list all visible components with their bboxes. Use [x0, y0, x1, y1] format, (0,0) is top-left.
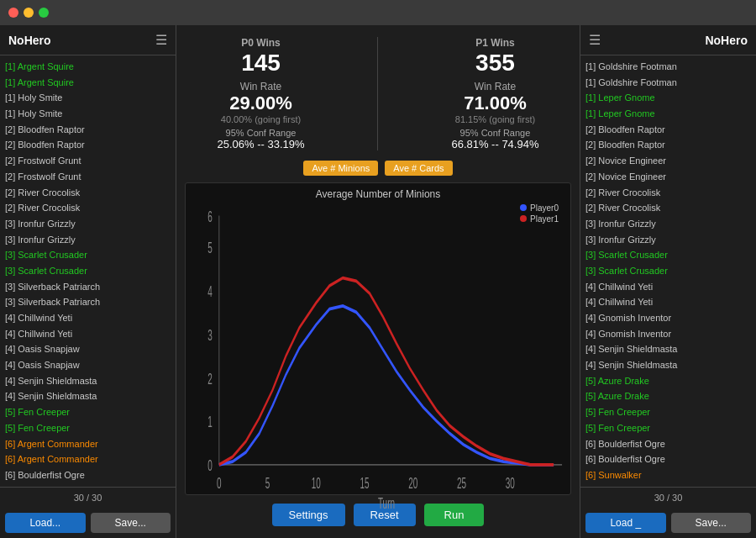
list-item[interactable]: [4] Oasis Snapjaw — [5, 341, 171, 357]
list-item[interactable]: [4] Gnomish Inventor — [585, 310, 751, 326]
svg-text:0: 0 — [207, 457, 213, 474]
list-item[interactable]: [2] River Crocolisk — [5, 200, 171, 216]
legend-p0: Player0 — [520, 203, 559, 213]
list-item[interactable]: [6] Boulderfist Ogre — [585, 451, 751, 467]
list-item[interactable]: [3] Ironfur Grizzly — [5, 216, 171, 232]
list-item[interactable]: [2] Bloodfen Raptor — [585, 122, 751, 138]
list-item[interactable]: [4] Senjin Shieldmasta — [585, 357, 751, 373]
minimize-button[interactable] — [24, 8, 34, 18]
list-item[interactable]: [2] Frostwolf Grunt — [5, 169, 171, 185]
list-item[interactable]: [5] Fen Creeper — [585, 420, 751, 436]
svg-text:4: 4 — [207, 282, 213, 299]
right-card-list: [1] Goldshire Footman[1] Goldshire Footm… — [580, 55, 756, 487]
list-item[interactable]: [2] Frostwolf Grunt — [5, 153, 171, 169]
list-item[interactable]: [4] Senjin Shieldmasta — [5, 373, 171, 389]
p0-wins-label: P0 Wins — [217, 37, 304, 49]
svg-text:5: 5 — [207, 239, 213, 256]
p0-conf-value: 25.06% -- 33.19% — [217, 138, 304, 150]
right-menu-icon[interactable]: ☰ — [589, 32, 601, 48]
list-item[interactable]: [6] Sunwalker — [585, 467, 751, 483]
list-item[interactable]: [3] Ironfur Grizzly — [5, 232, 171, 248]
p0-wins-value: 145 — [217, 49, 304, 77]
list-item[interactable]: [3] Scarlet Crusader — [5, 263, 171, 279]
p0-winrate-label: Win Rate — [217, 81, 304, 92]
list-item[interactable]: [1] Goldshire Footman — [585, 59, 751, 75]
list-item[interactable]: [5] Fen Creeper — [585, 404, 751, 420]
left-panel-buttons: Load... Save... — [0, 508, 176, 538]
chart-legend: Player0 Player1 — [520, 203, 559, 225]
svg-text:10: 10 — [312, 474, 321, 491]
p1-conf-label: 95% Conf Range — [451, 128, 538, 138]
left-save-button[interactable]: Save... — [91, 513, 171, 533]
list-item[interactable]: [3] Scarlet Crusader — [585, 247, 751, 263]
right-load-button[interactable]: Load _ — [585, 513, 666, 533]
list-item[interactable]: [2] River Crocolisk — [585, 200, 751, 216]
list-item[interactable]: [1] Leper Gnome — [585, 90, 751, 106]
right-card-count: 30 / 30 — [654, 493, 683, 503]
list-item[interactable]: [1] Argent Squire — [5, 59, 171, 75]
right-save-button[interactable]: Save... — [671, 513, 752, 533]
list-item[interactable]: [3] Silverback Patriarch — [5, 279, 171, 295]
list-item[interactable]: [3] Scarlet Crusader — [585, 263, 751, 279]
svg-text:25: 25 — [457, 474, 466, 491]
list-item[interactable]: [5] Fen Creeper — [5, 404, 171, 420]
list-item[interactable]: [6] Boulderfist Ogre — [5, 467, 171, 483]
svg-text:2: 2 — [207, 370, 213, 387]
svg-text:3: 3 — [207, 326, 213, 343]
p1-winrate-label: Win Rate — [451, 81, 538, 92]
p1-wins-value: 355 — [451, 49, 538, 77]
list-item[interactable]: [5] Azure Drake — [585, 388, 751, 404]
list-item[interactable]: [4] Chillwind Yeti — [5, 326, 171, 342]
list-item[interactable]: [3] Scarlet Crusader — [5, 247, 171, 263]
list-item[interactable]: [2] Novice Engineer — [585, 153, 751, 169]
list-item[interactable]: [4] Oasis Snapjaw — [5, 357, 171, 373]
chart-svg: 0 1 2 3 4 5 6 0 5 10 15 20 25 30 Turn — [186, 200, 570, 511]
list-item[interactable]: [5] Fen Creeper — [5, 420, 171, 436]
p1-stats: P1 Wins 355 Win Rate 71.00% 81.15% (goin… — [451, 37, 538, 150]
list-item[interactable]: [3] Silverback Patriarch — [5, 294, 171, 310]
p1-conf-value: 66.81% -- 74.94% — [451, 138, 538, 150]
list-item[interactable]: [2] Bloodfen Raptor — [5, 122, 171, 138]
list-item[interactable]: [4] Chillwind Yeti — [585, 279, 751, 295]
list-item[interactable]: [1] Goldshire Footman — [585, 75, 751, 91]
list-item[interactable]: [4] Gnomish Inventor — [585, 326, 751, 342]
legend-p0-label: Player0 — [530, 203, 559, 213]
list-item[interactable]: [3] Ironfur Grizzly — [585, 232, 751, 248]
svg-text:15: 15 — [360, 474, 370, 491]
list-item[interactable]: [2] Bloodfen Raptor — [585, 137, 751, 153]
right-panel-footer: 30 / 30 — [580, 487, 756, 508]
list-item[interactable]: [2] River Crocolisk — [585, 185, 751, 201]
list-item[interactable]: [2] River Crocolisk — [5, 185, 171, 201]
svg-text:Turn: Turn — [378, 494, 395, 511]
center-panel: P0 Wins 145 Win Rate 29.00% 40.00% (goin… — [176, 25, 580, 538]
list-item[interactable]: [1] Argent Squire — [5, 75, 171, 91]
svg-text:30: 30 — [506, 474, 515, 491]
legend-p1: Player1 — [520, 214, 559, 224]
list-item[interactable]: [6] Boulderfist Ogre — [585, 436, 751, 452]
list-item[interactable]: [4] Senjin Shieldmasta — [585, 341, 751, 357]
list-item[interactable]: [1] Holy Smite — [5, 106, 171, 122]
close-button[interactable] — [8, 8, 18, 18]
list-item[interactable]: [1] Leper Gnome — [585, 106, 751, 122]
list-item[interactable]: [3] Ironfur Grizzly — [585, 216, 751, 232]
fullscreen-button[interactable] — [39, 8, 49, 18]
left-load-button[interactable]: Load... — [5, 513, 86, 533]
left-card-count: 30 / 30 — [74, 493, 102, 503]
list-item[interactable]: [6] Argent Commander — [5, 451, 171, 467]
main-container: NoHero ☰ [1] Argent Squire[1] Argent Squ… — [0, 25, 756, 538]
list-item[interactable]: [6] Argent Commander — [5, 436, 171, 452]
list-item[interactable]: [2] Bloodfen Raptor — [5, 137, 171, 153]
list-item[interactable]: [4] Chillwind Yeti — [5, 310, 171, 326]
right-panel-buttons: Load _ Save... — [580, 508, 756, 538]
list-item[interactable]: [5] Azure Drake — [585, 373, 751, 389]
chart-area: Average Number of Minions Player0 Player… — [185, 182, 571, 495]
ave-cards-button[interactable]: Ave # Cards — [385, 161, 452, 176]
list-item[interactable]: [1] Holy Smite — [5, 90, 171, 106]
svg-text:1: 1 — [207, 414, 213, 430]
list-item[interactable]: [2] Novice Engineer — [585, 169, 751, 185]
ave-minions-button[interactable]: Ave # Minions — [303, 161, 378, 176]
list-item[interactable]: [4] Chillwind Yeti — [585, 294, 751, 310]
list-item[interactable]: [4] Senjin Shieldmasta — [5, 388, 171, 404]
left-menu-icon[interactable]: ☰ — [155, 32, 167, 48]
chart-title: Average Number of Minions — [186, 183, 570, 200]
